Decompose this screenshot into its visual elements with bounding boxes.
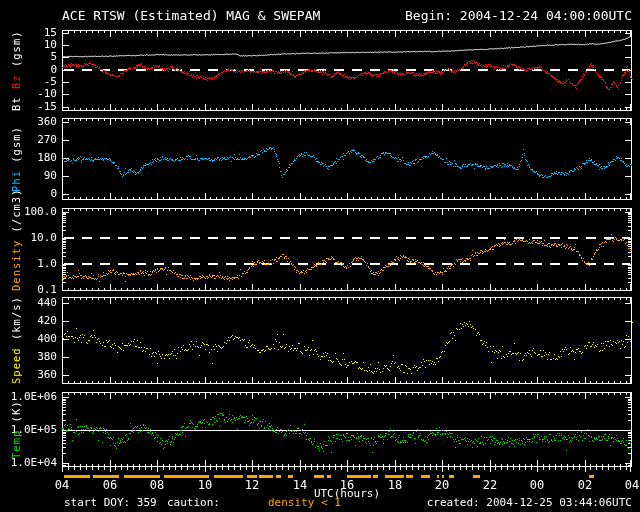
- hour-tick-label: 10: [189, 478, 221, 492]
- mag-axis-title-part: Bz: [10, 67, 22, 89]
- density-axis-title-part: Density: [10, 232, 22, 291]
- mag-axis-title: Bt Bz (gsm): [8, 30, 24, 111]
- hour-tick-label: 04: [616, 478, 640, 492]
- mag-axis-title-part: Bt: [10, 89, 22, 111]
- hour-tick-label: 06: [94, 478, 126, 492]
- created-timestamp: created: 2004-12-25 03:44:06UTC: [427, 496, 632, 509]
- hour-tick-label: 22: [474, 478, 506, 492]
- phi-axis-title-part: (gsm): [10, 126, 22, 163]
- ace-rtsw-plot: ACE RTSW (Estimated) MAG & SWEPAM Begin:…: [0, 0, 640, 512]
- plot-canvas: [0, 0, 640, 512]
- speed-axis-title-part: Speed: [10, 340, 22, 384]
- begin-timestamp: Begin: 2004-12-24 04:00:00UTC: [405, 8, 632, 23]
- temp-axis-title-part: (K): [10, 400, 22, 422]
- speed-axis-title-part: (km/s): [10, 296, 22, 340]
- mag-axis-title-part: (gsm): [10, 30, 22, 67]
- caution-value: density < 1: [268, 496, 341, 509]
- temp-axis-title-part: Temp: [10, 422, 22, 459]
- hour-tick-label: 20: [426, 478, 458, 492]
- hour-tick-label: 12: [236, 478, 268, 492]
- density-axis-title-part: (/cm3): [10, 188, 22, 232]
- hour-tick-label: 08: [141, 478, 173, 492]
- caution-label: caution:: [167, 496, 220, 509]
- start-doy-label: start DOY: 359: [64, 496, 157, 509]
- plot-title: ACE RTSW (Estimated) MAG & SWEPAM: [62, 8, 320, 23]
- hour-tick-label: 00: [521, 478, 553, 492]
- hour-tick-label: 02: [569, 478, 601, 492]
- temp-axis-title: Temp (K): [8, 392, 24, 467]
- hour-tick-label: 04: [46, 478, 78, 492]
- speed-axis-title: Speed (km/s): [8, 297, 24, 384]
- density-axis-title: Density (/cm3): [8, 208, 24, 291]
